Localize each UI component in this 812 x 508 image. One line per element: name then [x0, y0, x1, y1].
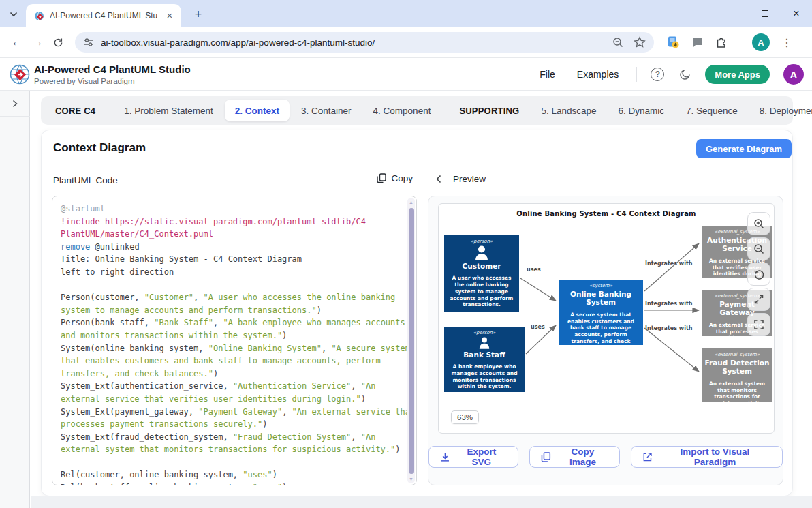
header-divider	[636, 67, 637, 82]
editor-scrollbar[interactable]: ▲ ▼	[407, 198, 415, 483]
node-name: Customer	[463, 262, 501, 270]
generate-diagram-button[interactable]: Generate Diagram	[696, 139, 792, 158]
browser-tab-title: AI-Powered C4 PlantUML Studio	[50, 11, 157, 20]
chevron-right-icon	[12, 100, 18, 108]
window-controls: ×	[718, 0, 812, 27]
bookmark-star-icon[interactable]	[634, 36, 646, 48]
forward-button[interactable]: →	[27, 32, 48, 53]
copy-icon	[541, 452, 551, 462]
tab-problem-statement[interactable]: 1. Problem Statement	[114, 100, 223, 121]
export-svg-label: Export SVG	[456, 447, 507, 467]
diagram-node-fraud-detection-system: «external_system»Fraud Detection SystemA…	[702, 348, 772, 402]
user-avatar[interactable]: A	[783, 64, 804, 85]
code-line: System(online_banking_system, "Online Ba…	[61, 342, 404, 355]
tab-dynamic[interactable]: 6. Dynamic	[608, 100, 674, 121]
person-icon	[473, 245, 490, 260]
more-apps-button[interactable]: More Apps	[705, 65, 770, 84]
code-line: that enables customers and bank staff to…	[61, 355, 404, 368]
menu-file[interactable]: File	[535, 66, 559, 83]
diagram-canvas[interactable]: Online Banking System - C4 Context Diagr…	[438, 203, 775, 434]
diagram-edge	[644, 243, 699, 291]
new-tab-button[interactable]: +	[191, 7, 206, 22]
comment-extension-icon[interactable]	[691, 37, 704, 48]
url-bar[interactable]: ai-toolbox.visual-paradigm.com/app/ai-po…	[75, 32, 654, 53]
edge-label: uses	[531, 324, 545, 330]
code-line: Person(customer, "Customer", "A user who…	[61, 291, 404, 304]
preview-panel-label: Preview	[453, 174, 486, 184]
preview-actions: Export SVG Copy Image Import to Visual P…	[428, 446, 783, 468]
import-to-vp-label: Import to Visual Paradigm	[659, 447, 771, 467]
code-line: PlantUML/master/C4_Context.puml	[61, 228, 404, 241]
tab-sequence[interactable]: 7. Sequence	[676, 100, 748, 121]
powered-by-prefix: Powered by	[34, 77, 76, 85]
node-stereotype: «external_system»	[715, 352, 760, 357]
diagram-node-bank-staff: «person»Bank StaffA bank employee who ma…	[444, 327, 525, 392]
tab-section-core-c4: CORE C4	[45, 100, 106, 121]
app-title: AI-Powered C4 PlantUML Studio	[34, 63, 191, 75]
app-header: AI-Powered C4 PlantUML Studio Powered by…	[0, 58, 812, 91]
code-line: Rel(customer, online_banking_system, "us…	[61, 468, 404, 481]
code-line: system to manage accounts and perform tr…	[61, 304, 404, 317]
reset-view-button[interactable]	[747, 263, 770, 286]
preview-collapse-button[interactable]	[436, 175, 441, 183]
code-line: transfers, and check balances.")	[61, 368, 404, 380]
edge-label: Integrates with	[645, 301, 692, 307]
code-line: external system that monitors transactio…	[61, 443, 404, 456]
fit-icon	[753, 319, 764, 330]
site-info-icon[interactable]	[83, 38, 94, 47]
fit-view-button[interactable]	[747, 313, 770, 336]
tab-close-icon[interactable]: ×	[163, 10, 176, 22]
tab-landscape[interactable]: 5. Landscape	[531, 100, 606, 121]
node-description: A bank employee who manages accounts and…	[447, 363, 522, 390]
zoom-in-button[interactable]	[747, 212, 770, 235]
tab-container[interactable]: 3. Container	[291, 100, 362, 121]
tab-deployment[interactable]: 8. Deployment	[749, 100, 812, 121]
zoom-in-icon	[753, 218, 765, 230]
tab-search-button[interactable]	[5, 6, 22, 23]
menu-examples[interactable]: Examples	[573, 66, 623, 83]
header-actions: File Examples ? More Apps A	[535, 58, 804, 91]
window-minimize-button[interactable]	[718, 0, 749, 27]
node-stereotype: «person»	[473, 330, 496, 335]
code-line: processes payment transactions securely.…	[61, 418, 404, 431]
reload-button[interactable]	[48, 32, 68, 53]
copy-image-button[interactable]: Copy Image	[529, 446, 620, 468]
sidebar-expand-button[interactable]	[0, 91, 30, 117]
powered-by: Powered by Visual Paradigm	[34, 77, 134, 85]
reset-icon	[753, 269, 765, 280]
diagram-tabs: CORE C41. Problem Statement2. Context3. …	[41, 96, 793, 125]
dark-mode-icon[interactable]	[678, 68, 691, 81]
zoom-out-button[interactable]	[747, 237, 770, 260]
browser-profile-avatar[interactable]: A	[752, 33, 770, 51]
code-line: and monitors transactions within the sys…	[61, 329, 404, 342]
copy-code-button[interactable]: Copy	[373, 173, 417, 184]
maximize-icon	[762, 10, 768, 17]
code-content[interactable]: @startuml!include https://static.visual-…	[61, 203, 404, 485]
code-line: System_Ext(fraud_detection_system, "Frau…	[61, 431, 404, 444]
reading-list-extension-icon[interactable]	[666, 35, 680, 49]
code-line: left to right direction	[61, 266, 404, 279]
back-button[interactable]: ←	[7, 32, 27, 53]
plantuml-code-editor[interactable]: @startuml!include https://static.visual-…	[52, 196, 417, 485]
visual-paradigm-link[interactable]: Visual Paradigm	[78, 77, 135, 85]
browser-tab[interactable]: AI-Powered C4 PlantUML Studio ×	[26, 4, 181, 27]
extensions-puzzle-icon[interactable]	[715, 36, 728, 49]
edge-label: Integrates with	[645, 260, 692, 267]
code-line: Person(bank_staff, "Bank Staff", "A bank…	[61, 316, 404, 329]
browser-menu-icon[interactable]: ⋮	[781, 36, 792, 49]
expand-button[interactable]	[747, 288, 770, 311]
node-stereotype: «system»	[589, 283, 612, 288]
edge-label: uses	[527, 267, 541, 273]
export-svg-button[interactable]: Export SVG	[428, 446, 518, 468]
import-to-vp-button[interactable]: Import to Visual Paradigm	[631, 446, 783, 468]
scroll-up-icon[interactable]: ▲	[407, 200, 415, 205]
tab-context[interactable]: 2. Context	[225, 100, 290, 121]
zoom-page-icon[interactable]	[612, 37, 624, 48]
editor-scrollbar-thumb[interactable]	[409, 208, 414, 474]
scroll-down-icon[interactable]: ▼	[407, 477, 415, 481]
window-maximize-button[interactable]	[749, 0, 781, 27]
help-icon[interactable]: ?	[651, 68, 664, 81]
code-line: remove @unlinked	[61, 241, 404, 254]
window-close-button[interactable]: ×	[781, 0, 812, 27]
tab-component[interactable]: 4. Component	[363, 100, 441, 121]
